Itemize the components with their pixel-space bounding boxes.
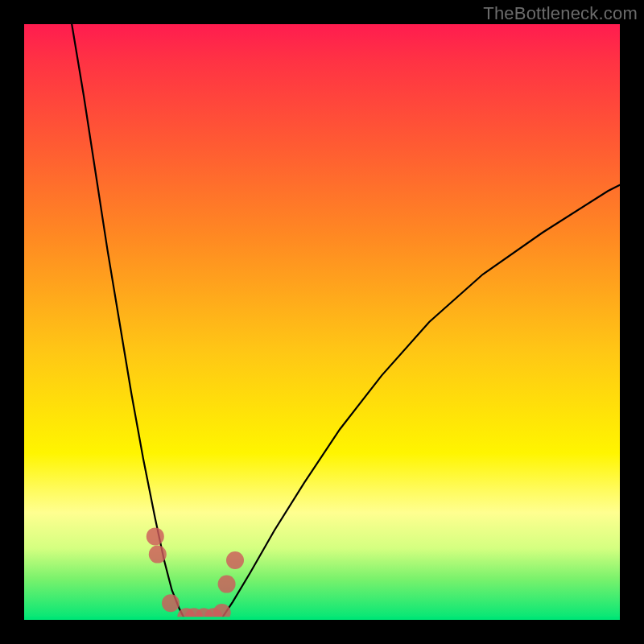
scatter-dot: [162, 594, 180, 612]
watermark-text: TheBottleneck.com: [483, 3, 638, 24]
scatter-dot: [147, 527, 164, 545]
chart-svg: [24, 24, 620, 620]
frame: TheBottleneck.com: [0, 0, 644, 644]
right-curve: [221, 185, 620, 620]
left-curve: [72, 24, 185, 620]
scatter-dot: [226, 551, 244, 569]
scatter-dot: [149, 546, 167, 564]
scatter-dot: [218, 576, 236, 593]
